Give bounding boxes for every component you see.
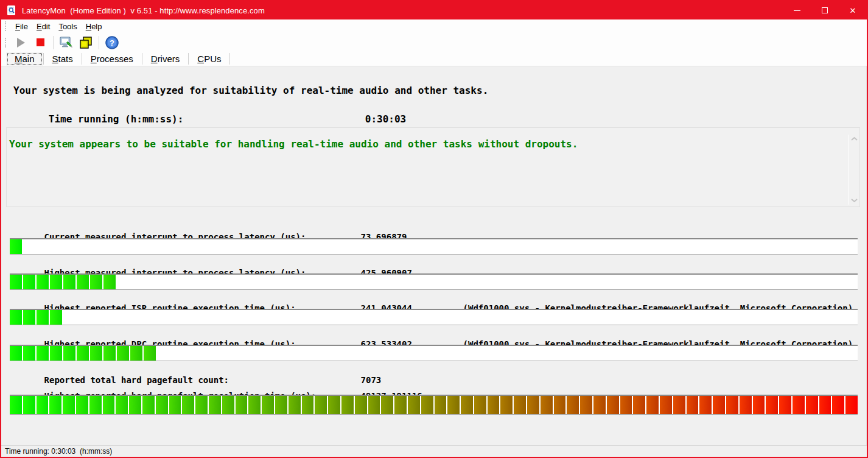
bar-segment [50, 346, 62, 361]
bar-segment [488, 396, 500, 414]
bar-segment [289, 396, 301, 414]
tab-main-rest: ain [23, 54, 35, 64]
menu-tools-rest: ools [63, 22, 77, 31]
bar-segment [23, 346, 35, 361]
bar-segment [474, 396, 486, 414]
analysis-status-line: Your system is being analyzed for suitab… [13, 85, 488, 96]
tab-cpus-accel: C [197, 54, 204, 64]
bar-segment [76, 396, 88, 414]
toolbar-gripper [5, 38, 6, 48]
bar-segment [593, 396, 606, 414]
tab-stats[interactable]: Stats [44, 52, 82, 66]
bar-segment [580, 396, 592, 414]
menu-edit-rest: dit [42, 22, 51, 31]
bar-segment [447, 396, 460, 414]
menu-item-edit[interactable]: Edit [32, 21, 54, 32]
tab-main-accel: M [15, 54, 23, 64]
bar-segment [144, 346, 156, 361]
bar-segment [50, 310, 62, 325]
bar-segment [554, 396, 566, 414]
tab-main[interactable]: Main [6, 52, 43, 66]
menu-help-accel: H [86, 22, 91, 31]
tab-stats-accel: S [52, 54, 58, 64]
latencymon-window: LatencyMon (Home Edition ) v 6.51 - http… [0, 0, 868, 458]
help-button[interactable]: ? [103, 35, 121, 51]
tab-processes[interactable]: Processes [82, 52, 142, 66]
bar-segment [209, 396, 221, 414]
bar-segment [779, 396, 791, 414]
bar-segment [673, 396, 685, 414]
bar-segment [236, 396, 248, 414]
close-icon: ✕ [850, 7, 856, 15]
bar-segment [103, 396, 115, 414]
bar-segment [10, 346, 22, 361]
bar-segment [660, 396, 672, 414]
menu-item-file[interactable]: File [11, 21, 32, 32]
bar-segment [23, 275, 35, 289]
bar-segment [63, 275, 75, 289]
maximize-button[interactable] [811, 1, 839, 19]
menu-item-help[interactable]: Help [82, 21, 107, 32]
copy-icon [79, 35, 93, 50]
scroll-up-icon[interactable] [850, 136, 858, 142]
menu-item-tools[interactable]: Tools [54, 21, 81, 32]
svg-text:?: ? [110, 38, 114, 47]
bar-segment [142, 396, 155, 414]
minimize-icon [794, 10, 800, 11]
bar-segment [845, 396, 858, 414]
stop-monitor-button[interactable] [32, 35, 49, 51]
menu-edit-accel: E [37, 22, 42, 31]
bar-segment [222, 396, 234, 414]
tab-cpus[interactable]: CPUs [189, 52, 229, 66]
bar-segment [182, 396, 194, 414]
bar-segment [37, 346, 49, 361]
highest-latency-bar [10, 273, 858, 290]
scroll-down-icon[interactable] [850, 197, 858, 203]
message-scrollbar[interactable] [849, 135, 859, 205]
bar-segment [156, 396, 168, 414]
minimize-button[interactable] [783, 1, 811, 19]
bar-segment [10, 310, 22, 325]
window-title: LatencyMon (Home Edition ) v 6.51 - http… [22, 6, 265, 15]
bar-segment [23, 396, 35, 414]
bar-segment [248, 396, 261, 414]
isr-time-bar [10, 309, 858, 325]
bar-segment [169, 396, 181, 414]
bar-segment [819, 396, 831, 414]
bar-segment [10, 275, 22, 289]
bar-segment [275, 396, 287, 414]
bar-segment [315, 396, 327, 414]
suitability-message: Your system appears to be suitable for h… [9, 138, 578, 150]
analyze-icon [59, 35, 74, 50]
toolbar-separator [99, 36, 99, 49]
bar-segment [195, 396, 208, 414]
close-button[interactable]: ✕ [839, 1, 867, 19]
bar-segment [23, 310, 35, 325]
bar-segment [740, 396, 752, 414]
bar-segment [500, 396, 513, 414]
bar-segment [687, 396, 699, 414]
status-bar: Time running: 0:30:03 (h:mm:ss) [1, 445, 867, 457]
bar-segment [77, 275, 89, 289]
bar-segment [806, 396, 818, 414]
copy-report-button[interactable] [77, 35, 94, 51]
toolbar: ? [1, 33, 867, 52]
bar-segment [90, 346, 102, 361]
bar-segment [341, 396, 354, 414]
start-monitor-button[interactable] [12, 35, 29, 51]
title-bar[interactable]: LatencyMon (Home Edition ) v 6.51 - http… [1, 1, 867, 19]
analyze-button[interactable] [58, 35, 75, 51]
toolbar-separator [53, 36, 54, 49]
bar-segment [541, 396, 553, 414]
time-running-value: 0:30:03 [365, 113, 406, 125]
menu-gripper [5, 21, 6, 31]
bar-segment [10, 239, 22, 254]
tab-processes-accel: P [91, 54, 97, 64]
dpc-time-bar [10, 345, 858, 361]
stop-icon [37, 38, 44, 46]
bar-segment [633, 396, 645, 414]
bar-segment [567, 396, 579, 414]
tab-drivers[interactable]: Drivers [142, 52, 189, 66]
help-icon: ? [105, 36, 119, 49]
bar-segment [90, 275, 102, 289]
